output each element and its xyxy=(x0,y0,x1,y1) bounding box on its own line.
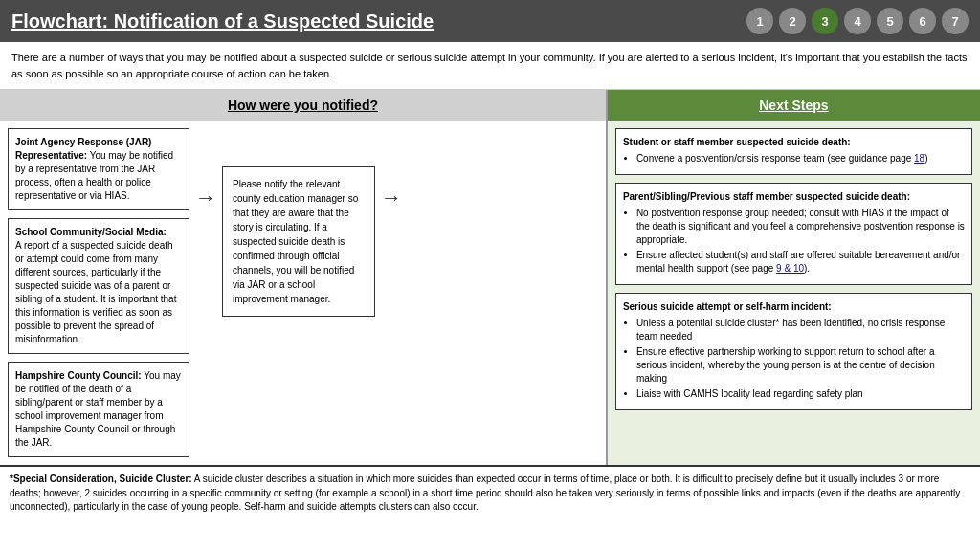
footer-note: *Special Consideration, Suicide Cluster:… xyxy=(0,465,980,520)
step-4[interactable]: 4 xyxy=(844,8,871,34)
right-arrow-area: → xyxy=(381,128,402,210)
step-1[interactable]: 1 xyxy=(746,8,773,34)
page-header: Flowchart: Notification of a Suspected S… xyxy=(0,0,980,42)
school-community-box: School Community/Social Media: A report … xyxy=(8,218,189,354)
step-indicators: 1 2 3 4 5 6 7 xyxy=(746,8,969,34)
hampshire-title: Hampshire County Council: xyxy=(15,370,142,381)
jar-representative-box: Joint Agency Response (JAR) Representati… xyxy=(8,128,189,210)
left-arrow-area: → xyxy=(195,128,216,210)
list-item: Ensure effective partnership working to … xyxy=(636,345,965,386)
next-step-student-title: Student or staff member suspected suicid… xyxy=(623,136,965,149)
middle-box: Please notify the relevant county educat… xyxy=(222,166,375,317)
right-panel-header: Next Steps xyxy=(608,90,980,121)
step-2[interactable]: 2 xyxy=(779,8,806,34)
next-step-student-bullets: Convene a postvention/crisis response te… xyxy=(636,152,965,165)
middle-column: Please notify the relevant county educat… xyxy=(222,128,375,317)
next-step-parent-bullets: No postvention response group needed; co… xyxy=(636,207,965,276)
notification-sources: Joint Agency Response (JAR) Representati… xyxy=(8,128,189,457)
arrow-right-icon: → xyxy=(195,186,216,210)
list-item: Unless a potential suicide cluster* has … xyxy=(636,317,965,343)
right-panel: Next Steps Student or staff member suspe… xyxy=(608,90,980,465)
next-step-serious-bullets: Unless a potential suicide cluster* has … xyxy=(636,317,965,401)
step-3[interactable]: 3 xyxy=(812,8,838,34)
left-panel-header: How were you notified? xyxy=(0,90,606,121)
flowchart-area: Joint Agency Response (JAR) Representati… xyxy=(0,121,606,465)
intro-text: There are a number of ways that you may … xyxy=(0,42,980,90)
page-title: Flowchart: Notification of a Suspected S… xyxy=(11,11,434,33)
step-7[interactable]: 7 xyxy=(942,8,969,34)
step-5[interactable]: 5 xyxy=(877,8,903,34)
footer-bold: *Special Consideration, Suicide Cluster: xyxy=(10,474,192,484)
next-step-serious: Serious suicide attempt or self-harm inc… xyxy=(615,293,972,410)
next-step-parent: Parent/Sibling/Previous staff member sus… xyxy=(615,183,972,285)
list-item: Convene a postvention/crisis response te… xyxy=(636,152,965,165)
hampshire-council-box: Hampshire County Council: You may be not… xyxy=(8,362,189,457)
list-item: Liaise with CAMHS locality lead regardin… xyxy=(636,387,965,401)
main-panels: How were you notified? Joint Agency Resp… xyxy=(0,90,980,465)
hampshire-body: You may be notified of the death of a si… xyxy=(15,370,181,448)
list-item: Ensure affected student(s) and staff are… xyxy=(636,249,965,276)
next-step-student: Student or staff member suspected suicid… xyxy=(615,128,972,175)
school-community-title: School Community/Social Media: xyxy=(15,226,182,239)
next-step-parent-title: Parent/Sibling/Previous staff member sus… xyxy=(623,190,965,204)
left-panel: How were you notified? Joint Agency Resp… xyxy=(0,90,608,465)
next-steps-list: Student or staff member suspected suicid… xyxy=(608,121,980,418)
list-item: No postvention response group needed; co… xyxy=(636,207,965,247)
school-community-body: A report of a suspected suicide death or… xyxy=(15,240,176,344)
step-6[interactable]: 6 xyxy=(909,8,936,34)
arrow-right2-icon: → xyxy=(381,186,402,210)
next-step-serious-title: Serious suicide attempt or self-harm inc… xyxy=(623,300,965,314)
